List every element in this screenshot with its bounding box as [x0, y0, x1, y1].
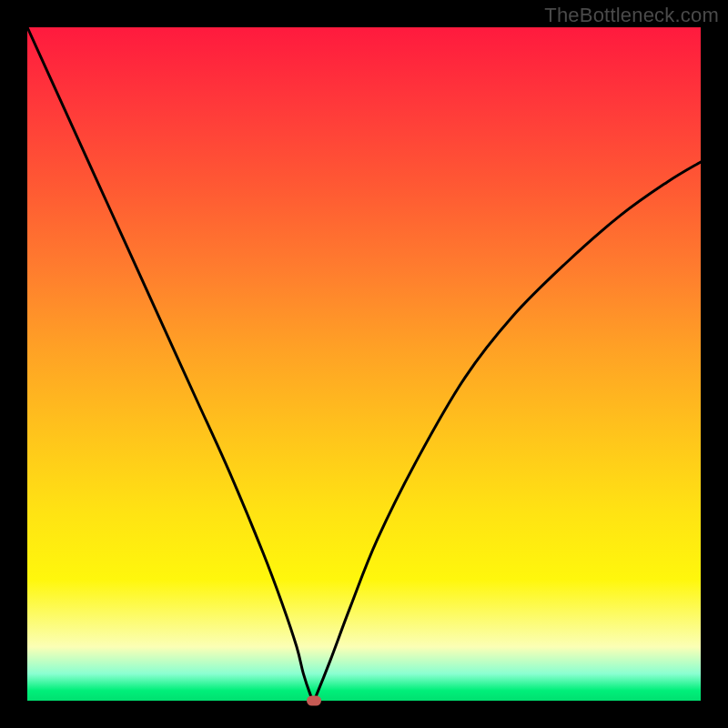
chart-frame: TheBottleneck.com [0, 0, 728, 728]
minimum-marker [307, 696, 321, 706]
bottleneck-curve [27, 27, 701, 701]
watermark-text: TheBottleneck.com [544, 4, 719, 27]
plot-area [27, 27, 701, 701]
